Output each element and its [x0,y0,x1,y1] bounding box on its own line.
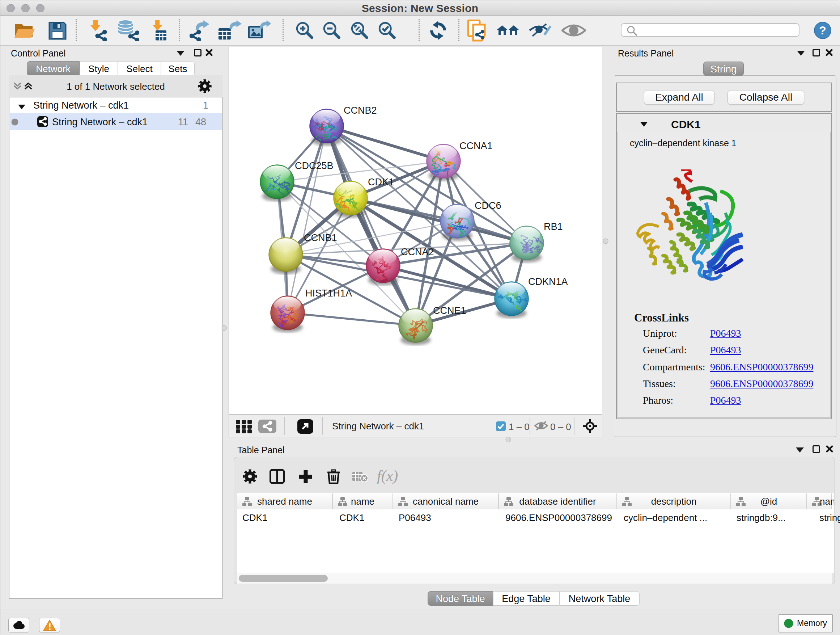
svg-text:CCNB2: CCNB2 [344,105,377,116]
svg-text:CCNE1: CCNE1 [433,305,466,316]
svg-text:CCNA2: CCNA2 [401,247,434,257]
svg-text:CDK1: CDK1 [368,177,394,187]
svg-text:CDC25B: CDC25B [295,160,333,171]
svg-text:HIST1H1A: HIST1H1A [305,288,352,299]
svg-text:?: ? [819,24,826,37]
svg-text:CCNB1: CCNB1 [304,233,337,243]
svg-text:CCNA1: CCNA1 [459,141,493,151]
svg-text:CDC6: CDC6 [475,200,501,211]
svg-text:CDKN1A: CDKN1A [528,276,568,287]
svg-text:RB1: RB1 [544,221,563,232]
